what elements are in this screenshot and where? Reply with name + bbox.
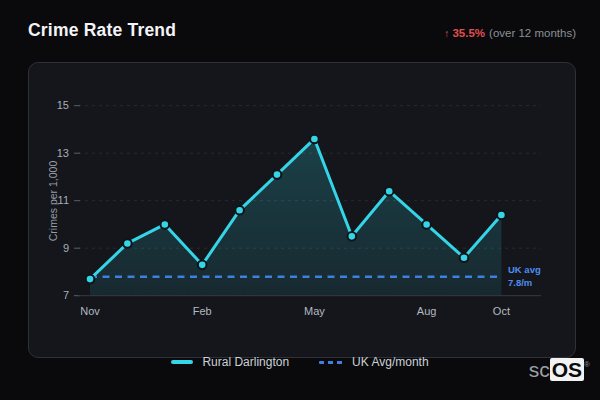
legend-label: UK Avg/month bbox=[352, 355, 429, 369]
legend-label: Rural Darlington bbox=[202, 355, 289, 369]
legend-swatch-solid-line-icon bbox=[171, 360, 193, 364]
chart-legend: Rural Darlington UK Avg/month bbox=[0, 355, 600, 369]
x-tick-label: May bbox=[304, 305, 325, 317]
y-tick-label: 9 bbox=[63, 242, 69, 254]
area-fill bbox=[90, 139, 501, 296]
logo-suffix: OS bbox=[550, 358, 584, 381]
data-point bbox=[460, 253, 469, 262]
data-point bbox=[123, 239, 132, 248]
x-axis-labels: NovFebMayAugOct bbox=[80, 305, 510, 317]
scos-logo: scOS® bbox=[529, 357, 590, 388]
data-point bbox=[273, 170, 282, 179]
data-point bbox=[86, 275, 95, 284]
legend-swatch-dashed-line-icon bbox=[319, 361, 343, 364]
data-point bbox=[235, 206, 244, 215]
y-tick-label: 7 bbox=[63, 289, 69, 301]
page-title: Crime Rate Trend bbox=[28, 20, 176, 41]
registered-mark: ® bbox=[584, 360, 590, 369]
legend-item-rural-darlington[interactable]: Rural Darlington bbox=[171, 355, 289, 369]
uk-avg-annotation-line: 7.8/m bbox=[508, 277, 532, 288]
y-tick-label: 15 bbox=[57, 99, 69, 111]
uk-avg-annotation: UK avg7.8/m bbox=[508, 264, 541, 288]
y-tick-label: 11 bbox=[58, 194, 69, 206]
y-tick-label: 13 bbox=[57, 147, 69, 159]
data-point bbox=[161, 220, 170, 229]
trend-caption: (over 12 months) bbox=[489, 27, 576, 39]
trend-value: 35.5% bbox=[452, 27, 485, 39]
data-point bbox=[348, 232, 357, 241]
legend-item-uk-avg[interactable]: UK Avg/month bbox=[319, 355, 429, 369]
data-point bbox=[198, 261, 207, 270]
x-tick-label: Aug bbox=[417, 305, 437, 317]
data-point bbox=[497, 211, 506, 220]
chart-card: 79111315Crimes per 1,000NovFebMayAugOctU… bbox=[28, 62, 576, 358]
trend-indicator: ↑35.5%(over 12 months) bbox=[444, 27, 576, 39]
chart-svg: 79111315Crimes per 1,000NovFebMayAugOctU… bbox=[29, 63, 575, 357]
y-axis-title: Crimes per 1,000 bbox=[47, 161, 59, 242]
uk-avg-annotation-line: UK avg bbox=[508, 264, 541, 275]
x-tick-label: Oct bbox=[493, 305, 510, 317]
data-point bbox=[422, 220, 431, 229]
data-point bbox=[310, 135, 319, 144]
logo-prefix: sc bbox=[529, 358, 550, 381]
x-tick-label: Nov bbox=[80, 305, 100, 317]
data-point bbox=[385, 187, 394, 196]
trend-up-arrow: ↑ bbox=[444, 27, 450, 39]
x-tick-label: Feb bbox=[193, 305, 212, 317]
